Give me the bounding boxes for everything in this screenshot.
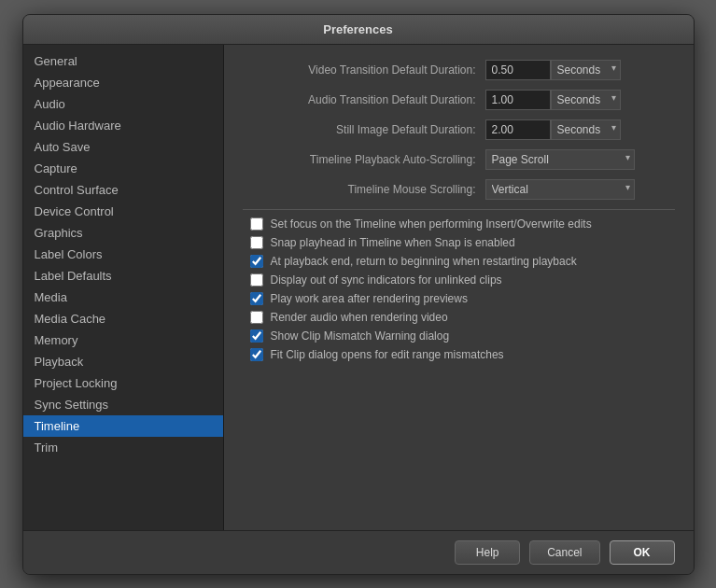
audio-transition-unit-select[interactable]: Seconds Frames bbox=[551, 90, 621, 110]
set-focus-label[interactable]: Set focus on the Timeline when performin… bbox=[271, 217, 592, 231]
help-button[interactable]: Help bbox=[455, 540, 520, 565]
checkbox-row-render-audio: Render audio when rendering video bbox=[243, 311, 675, 324]
audio-transition-unit-wrapper[interactable]: Seconds Frames bbox=[551, 90, 621, 110]
sidebar-item-label-defaults[interactable]: Label Defaults bbox=[23, 265, 223, 287]
timeline-playback-label: Timeline Playback Auto-Scrolling: bbox=[243, 153, 485, 166]
section-divider bbox=[243, 209, 675, 210]
sidebar-item-memory[interactable]: Memory bbox=[23, 329, 223, 351]
sidebar-item-auto-save[interactable]: Auto Save bbox=[23, 136, 223, 158]
timeline-mouse-label: Timeline Mouse Scrolling: bbox=[243, 183, 485, 196]
sidebar: GeneralAppearanceAudioAudio HardwareAuto… bbox=[23, 45, 224, 530]
sidebar-item-label-colors[interactable]: Label Colors bbox=[23, 244, 223, 265]
sidebar-item-device-control[interactable]: Device Control bbox=[23, 201, 223, 222]
preferences-dialog: Preferences GeneralAppearanceAudioAudio … bbox=[22, 14, 695, 575]
sidebar-item-timeline[interactable]: Timeline bbox=[23, 415, 223, 437]
audio-transition-input[interactable] bbox=[485, 90, 551, 110]
sidebar-item-graphics[interactable]: Graphics bbox=[23, 222, 223, 244]
video-transition-unit-select[interactable]: Seconds Frames bbox=[551, 60, 621, 80]
sidebar-item-audio-hardware[interactable]: Audio Hardware bbox=[23, 115, 223, 136]
at-playback-label[interactable]: At playback end, return to beginning whe… bbox=[271, 255, 577, 268]
play-work-checkbox[interactable] bbox=[250, 292, 263, 305]
show-clip-checkbox[interactable] bbox=[250, 329, 263, 343]
still-image-input[interactable] bbox=[485, 119, 551, 140]
dialog-title: Preferences bbox=[323, 22, 392, 36]
set-focus-checkbox[interactable] bbox=[250, 217, 263, 231]
checkbox-row-set-focus: Set focus on the Timeline when performin… bbox=[243, 217, 675, 231]
checkbox-row-fit-clip: Fit Clip dialog opens for edit range mis… bbox=[243, 348, 675, 361]
display-sync-label[interactable]: Display out of sync indicators for unlin… bbox=[271, 273, 502, 287]
dialog-footer: Help Cancel OK bbox=[23, 530, 694, 574]
video-transition-unit-wrapper[interactable]: Seconds Frames bbox=[551, 60, 621, 80]
audio-transition-row: Audio Transition Default Duration: Secon… bbox=[243, 90, 675, 110]
timeline-mouse-select[interactable]: Vertical Horizontal bbox=[485, 179, 635, 200]
fit-clip-label[interactable]: Fit Clip dialog opens for edit range mis… bbox=[271, 348, 504, 361]
still-image-unit-select[interactable]: Seconds Frames bbox=[551, 119, 621, 140]
play-work-label[interactable]: Play work area after rendering previews bbox=[271, 292, 468, 305]
ok-button[interactable]: OK bbox=[610, 540, 675, 565]
timeline-mouse-row: Timeline Mouse Scrolling: Vertical Horiz… bbox=[243, 179, 675, 200]
sidebar-item-trim[interactable]: Trim bbox=[23, 437, 223, 458]
sidebar-item-appearance[interactable]: Appearance bbox=[23, 72, 223, 93]
sidebar-item-playback[interactable]: Playback bbox=[23, 351, 223, 372]
still-image-unit-wrapper[interactable]: Seconds Frames bbox=[551, 119, 621, 140]
snap-playhead-label[interactable]: Snap playhead in Timeline when Snap is e… bbox=[271, 236, 515, 249]
timeline-mouse-wrapper[interactable]: Vertical Horizontal bbox=[485, 179, 635, 200]
still-image-row: Still Image Default Duration: Seconds Fr… bbox=[243, 119, 675, 140]
video-transition-label: Video Transition Default Duration: bbox=[243, 63, 485, 77]
show-clip-label[interactable]: Show Clip Mismatch Warning dialog bbox=[271, 329, 450, 343]
cancel-button[interactable]: Cancel bbox=[529, 540, 599, 565]
sidebar-item-media[interactable]: Media bbox=[23, 287, 223, 308]
sidebar-item-sync-settings[interactable]: Sync Settings bbox=[23, 394, 223, 415]
dialog-body: GeneralAppearanceAudioAudio HardwareAuto… bbox=[23, 45, 694, 530]
render-audio-label[interactable]: Render audio when rendering video bbox=[271, 311, 448, 324]
still-image-label: Still Image Default Duration: bbox=[243, 123, 485, 136]
video-transition-row: Video Transition Default Duration: Secon… bbox=[243, 60, 675, 80]
sidebar-item-general[interactable]: General bbox=[23, 50, 223, 72]
sidebar-item-media-cache[interactable]: Media Cache bbox=[23, 308, 223, 329]
snap-playhead-checkbox[interactable] bbox=[250, 236, 263, 249]
timeline-playback-wrapper[interactable]: Page Scroll Smooth Scroll No Scroll bbox=[485, 149, 635, 170]
timeline-playback-row: Timeline Playback Auto-Scrolling: Page S… bbox=[243, 149, 675, 170]
video-transition-input[interactable] bbox=[485, 60, 551, 80]
sidebar-item-capture[interactable]: Capture bbox=[23, 158, 223, 179]
title-bar: Preferences bbox=[23, 15, 694, 45]
audio-transition-label: Audio Transition Default Duration: bbox=[243, 93, 485, 106]
content-area: Video Transition Default Duration: Secon… bbox=[224, 45, 694, 530]
sidebar-item-project-locking[interactable]: Project Locking bbox=[23, 372, 223, 394]
render-audio-checkbox[interactable] bbox=[250, 311, 263, 324]
display-sync-checkbox[interactable] bbox=[250, 273, 263, 287]
checkbox-row-snap-playhead: Snap playhead in Timeline when Snap is e… bbox=[243, 236, 675, 249]
sidebar-item-control-surface[interactable]: Control Surface bbox=[23, 179, 223, 201]
fit-clip-checkbox[interactable] bbox=[250, 348, 263, 361]
checkbox-row-at-playback: At playback end, return to beginning whe… bbox=[243, 255, 675, 268]
checkbox-row-display-sync: Display out of sync indicators for unlin… bbox=[243, 273, 675, 287]
timeline-playback-select[interactable]: Page Scroll Smooth Scroll No Scroll bbox=[485, 149, 635, 170]
at-playback-checkbox[interactable] bbox=[250, 255, 263, 268]
checkbox-row-play-work: Play work area after rendering previews bbox=[243, 292, 675, 305]
sidebar-item-audio[interactable]: Audio bbox=[23, 93, 223, 115]
checkbox-row-show-clip: Show Clip Mismatch Warning dialog bbox=[243, 329, 675, 343]
